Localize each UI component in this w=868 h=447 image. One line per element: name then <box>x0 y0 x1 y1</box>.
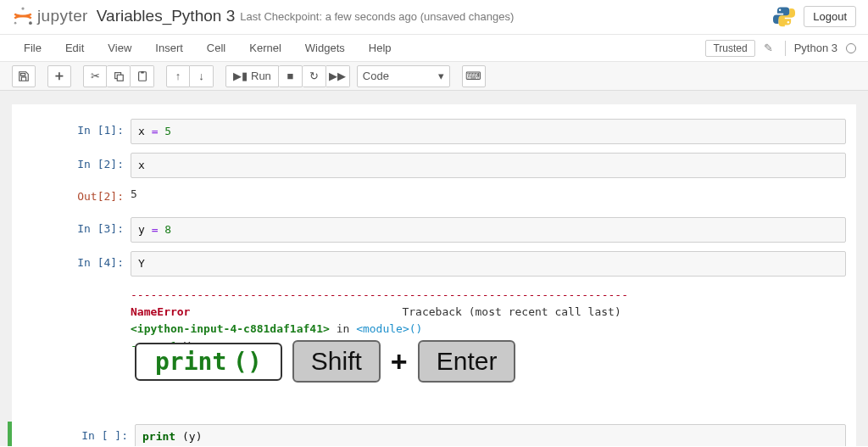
run-icon: ▶︎▮ <box>233 70 248 82</box>
paste-button[interactable] <box>131 65 154 87</box>
arrow-down-icon: ↓ <box>198 70 204 82</box>
keyboard-icon: ⌨ <box>465 70 481 82</box>
menu-view[interactable]: View <box>96 36 143 59</box>
notebook-header: jupyter Variables_Python 3 Last Checkpoi… <box>0 0 868 35</box>
menubar: File Edit View Insert Cell Kernel Widget… <box>0 35 868 62</box>
notebook-name[interactable]: Variables_Python 3 <box>97 7 235 25</box>
pencil-icon[interactable]: ✎ <box>760 42 776 54</box>
copy-icon <box>113 70 125 82</box>
jupyter-logo[interactable]: jupyter <box>12 5 88 27</box>
run-label: Run <box>251 70 271 82</box>
code-input[interactable]: y = 8 <box>131 217 846 243</box>
cell-type-select[interactable]: Code ▾ <box>357 65 450 87</box>
input-prompt: In [ ]: <box>16 424 135 446</box>
svg-point-4 <box>787 21 789 23</box>
save-icon <box>18 70 30 82</box>
cell-type-value: Code <box>363 70 389 82</box>
code-input[interactable]: x = 5 <box>131 119 846 144</box>
arrow-up-icon: ↑ <box>175 70 181 82</box>
checkpoint-status: Last Checkpoint: a few seconds ago (unsa… <box>240 10 514 23</box>
overlay-shift-key: Shift <box>292 340 381 383</box>
plus-icon: + <box>391 345 408 378</box>
logo-text: jupyter <box>37 7 88 25</box>
menu-edit[interactable]: Edit <box>53 36 96 59</box>
svg-rect-8 <box>141 70 144 73</box>
code-cell[interactable]: In [3]: y = 8 <box>12 215 856 245</box>
move-up-button[interactable]: ↑ <box>166 65 190 87</box>
code-input[interactable]: print (y) <box>135 424 846 446</box>
divider <box>785 41 786 56</box>
code-cell[interactable]: In [1]: x = 5 <box>12 116 856 147</box>
menu-help[interactable]: Help <box>357 36 403 59</box>
plus-icon: ➕︎ <box>55 70 64 83</box>
cut-button[interactable]: ✂ <box>83 65 107 87</box>
notebook-area: In [1]: x = 5 In [2]: x Out[2]: 5 In [3]… <box>0 91 868 446</box>
logout-button[interactable]: Logout <box>804 6 856 27</box>
code-cell[interactable]: In [2]: x <box>12 150 856 181</box>
overlay-enter-key: Enter <box>418 340 516 383</box>
overlay-print-key: print () <box>135 343 282 381</box>
notebook-container: In [1]: x = 5 In [2]: x Out[2]: 5 In [3]… <box>12 104 856 446</box>
restart-run-all-button[interactable]: ▶▶ <box>326 65 350 87</box>
svg-point-3 <box>779 8 781 10</box>
save-button[interactable] <box>12 65 36 87</box>
input-prompt: In [2]: <box>12 153 131 176</box>
svg-point-2 <box>14 22 17 25</box>
add-cell-button[interactable]: ➕︎ <box>47 65 71 87</box>
stop-icon: ■ <box>287 70 293 82</box>
restart-icon: ↻ <box>309 70 319 82</box>
copy-button[interactable] <box>107 65 131 87</box>
output-cell: Out[2]: 5 <box>12 182 856 211</box>
input-prompt: In [1]: <box>12 119 131 142</box>
menu-file[interactable]: File <box>12 36 53 59</box>
code-input[interactable]: x <box>131 153 846 178</box>
jupyter-icon <box>12 5 34 27</box>
command-palette-button[interactable]: ⌨ <box>462 65 486 87</box>
input-prompt: In [4]: <box>12 251 131 275</box>
python-icon <box>773 5 795 27</box>
chevron-down-icon: ▾ <box>438 70 444 82</box>
overlay-illustration: print () Shift + Enter <box>135 340 515 383</box>
svg-point-0 <box>21 7 24 9</box>
restart-button[interactable]: ↻ <box>303 65 326 87</box>
code-cell-selected[interactable]: In [ ]: print (y) <box>8 422 856 446</box>
kernel-name[interactable]: Python 3 <box>794 42 837 54</box>
code-input[interactable]: Y <box>131 251 846 277</box>
output-value: 5 <box>131 185 846 204</box>
kernel-status-icon <box>846 43 856 53</box>
svg-point-1 <box>29 21 32 25</box>
code-cell[interactable]: In [4]: Y <box>12 249 856 279</box>
input-prompt: In [3]: <box>12 217 131 241</box>
menu-cell[interactable]: Cell <box>195 36 237 59</box>
menu-insert[interactable]: Insert <box>143 36 195 59</box>
menu-widgets[interactable]: Widgets <box>293 36 357 59</box>
svg-rect-6 <box>117 75 123 81</box>
move-down-button[interactable]: ↓ <box>190 65 214 87</box>
scissors-icon: ✂ <box>91 70 100 82</box>
interrupt-button[interactable]: ■ <box>279 65 303 87</box>
menu-kernel[interactable]: Kernel <box>237 36 293 59</box>
trusted-badge[interactable]: Trusted <box>705 40 754 57</box>
toolbar: ➕︎ ✂ ↑ ↓ ▶︎▮Run ■ ↻ ▶▶ Code ▾ ⌨ <box>0 62 868 91</box>
clipboard-icon <box>136 70 148 82</box>
fast-forward-icon: ▶▶ <box>329 70 346 82</box>
output-prompt: Out[2]: <box>12 185 131 209</box>
run-button[interactable]: ▶︎▮Run <box>225 65 279 87</box>
